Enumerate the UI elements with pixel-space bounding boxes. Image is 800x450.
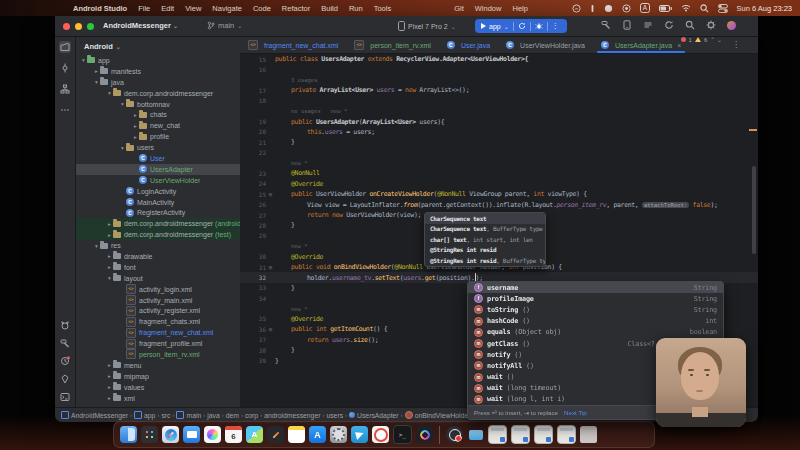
- input-source-icon[interactable]: A: [640, 3, 650, 13]
- dock-window-19[interactable]: [511, 425, 530, 444]
- dock-freeform[interactable]: [267, 426, 284, 443]
- collapse-arrow-icon[interactable]: ▾: [119, 101, 126, 107]
- project-selector[interactable]: AndroidMessenger ⌄: [103, 21, 178, 30]
- tree-item-activity_main.xml[interactable]: <>activity_main.xml: [76, 295, 240, 306]
- completion-item-hashCode[interactable]: mhashCode()int: [468, 316, 723, 327]
- terminal-tool-icon[interactable]: [59, 391, 71, 403]
- dock-photos[interactable]: [204, 426, 221, 443]
- wifi-icon[interactable]: [681, 4, 691, 12]
- keyboard-brightness-icon[interactable]: [590, 4, 595, 13]
- do-not-disturb-icon[interactable]: [604, 4, 613, 13]
- tree-item-mainactivity[interactable]: CMainActivity: [76, 197, 240, 208]
- zoom-window-button[interactable]: [87, 23, 94, 30]
- tree-item-user[interactable]: CUser: [76, 153, 240, 164]
- prev-next-problem-chevrons[interactable]: ⌃ ⌄: [710, 36, 722, 43]
- dock-window-21[interactable]: [557, 425, 576, 444]
- menu-edit[interactable]: Edit: [161, 4, 174, 13]
- dock-maps[interactable]: A: [246, 426, 263, 443]
- expand-arrow-icon[interactable]: ▸: [106, 264, 113, 270]
- run-more-kebab-icon[interactable]: ⋮: [552, 22, 560, 30]
- menu-git[interactable]: Git: [454, 4, 464, 13]
- dock-downloads-folder[interactable]: [467, 426, 484, 443]
- structure-tool-icon[interactable]: [59, 83, 71, 95]
- rerun-icon[interactable]: [518, 22, 526, 30]
- dock-trash[interactable]: [580, 426, 597, 443]
- expand-arrow-icon[interactable]: ▸: [132, 123, 139, 129]
- menu-window[interactable]: Window: [475, 4, 502, 13]
- tree-item-manifests[interactable]: ▸manifests: [76, 66, 240, 77]
- collapse-arrow-icon[interactable]: ▾: [119, 145, 126, 151]
- app-quality-insights-tool-icon[interactable]: [59, 373, 71, 385]
- dock-settings[interactable]: [330, 426, 347, 443]
- collapse-arrow-icon[interactable]: ▾: [80, 57, 87, 63]
- tab-fragment_new_chat.xml[interactable]: <>fragment_new_chat.xml: [240, 37, 346, 53]
- dock-calendar[interactable]: 6: [225, 426, 242, 443]
- menu-view[interactable]: View: [185, 4, 201, 13]
- tree-item-dem.corp.androidmessenger[interactable]: ▸dem.corp.androidmessenger (androidTest): [76, 218, 240, 229]
- settings-gear-icon[interactable]: [706, 20, 716, 30]
- tree-item-mipmap[interactable]: ▸mipmap: [76, 371, 240, 382]
- tree-item-bottomnav[interactable]: ▾bottomnav: [76, 99, 240, 110]
- control-center-icon[interactable]: [718, 4, 728, 13]
- expand-arrow-icon[interactable]: ▸: [106, 395, 113, 401]
- expand-arrow-icon[interactable]: ▸: [106, 384, 113, 390]
- close-window-button[interactable]: [63, 23, 70, 30]
- logcat-icon[interactable]: [643, 20, 653, 30]
- spotlight-icon[interactable]: [700, 4, 709, 13]
- tree-item-new_chat[interactable]: ▸new_chat: [76, 120, 240, 131]
- tree-item-fragment_chats.xml[interactable]: <>fragment_chats.xml: [76, 316, 240, 327]
- dock-music[interactable]: [372, 426, 389, 443]
- run-button[interactable]: [481, 23, 486, 29]
- tree-item-java[interactable]: ▾java: [76, 77, 240, 88]
- tree-item-activity_register.xml[interactable]: <>activity_register.xml: [76, 305, 240, 316]
- menu-run[interactable]: Run: [349, 4, 363, 13]
- tree-item-fragment_profile.xml[interactable]: <>fragment_profile.xml: [76, 338, 240, 349]
- menu-tools[interactable]: Tools: [374, 4, 392, 13]
- tree-item-activity_login.xml[interactable]: <>activity_login.xml: [76, 284, 240, 295]
- project-tool-icon[interactable]: [59, 41, 71, 53]
- tree-item-fragment_new_chat.xml[interactable]: <>fragment_new_chat.xml: [76, 327, 240, 338]
- project-view-selector[interactable]: Android⌄: [76, 37, 240, 55]
- tree-item-dem.corp.androidmessenger[interactable]: ▾dem.corp.androidmessenger: [76, 88, 240, 99]
- expand-arrow-icon[interactable]: ▸: [106, 373, 113, 379]
- logcat-tool-icon[interactable]: [59, 319, 71, 331]
- device-manager-icon[interactable]: [622, 20, 632, 30]
- tab-UserViewHolder.java[interactable]: CUserViewHolder.java: [498, 37, 593, 53]
- inspections-widget[interactable]: 1 6 ⌃ ⌄: [681, 36, 722, 43]
- more-tool-icon[interactable]: [59, 104, 71, 116]
- menu-code[interactable]: Code: [253, 4, 271, 13]
- tab-UsersAdapter.java[interactable]: CUsersAdapter.java×: [593, 37, 689, 53]
- expand-arrow-icon[interactable]: ▸: [106, 221, 113, 227]
- tree-item-res[interactable]: ▾res: [76, 240, 240, 251]
- expand-arrow-icon[interactable]: ▸: [93, 68, 100, 74]
- override-method-gutter-icon[interactable]: ◎: [266, 264, 275, 270]
- next-tip-link[interactable]: Next Tip: [564, 409, 587, 416]
- expand-arrow-icon[interactable]: ▸: [106, 362, 113, 368]
- menu-help[interactable]: Help: [512, 4, 527, 13]
- debug-icon[interactable]: [535, 22, 543, 30]
- commit-tool-icon[interactable]: [59, 62, 71, 74]
- dock-obs[interactable]: [446, 426, 463, 443]
- menu-refactor[interactable]: Refactor: [282, 4, 310, 13]
- tree-item-menu[interactable]: ▸menu: [76, 360, 240, 371]
- completion-item-username[interactable]: fusernameString: [468, 282, 723, 293]
- tree-item-values[interactable]: ▸values: [76, 382, 240, 393]
- tab-options-kebab-icon[interactable]: ⋮: [732, 40, 740, 49]
- editor-scrollbar[interactable]: [752, 166, 756, 254]
- dock-android-studio[interactable]: [416, 426, 433, 443]
- dock-window-18[interactable]: [488, 425, 507, 444]
- tree-item-person_item_rv.xml[interactable]: <>person_item_rv.xml: [76, 349, 240, 360]
- dock-safari[interactable]: [162, 426, 179, 443]
- menu-file[interactable]: File: [138, 4, 150, 13]
- override-method-gutter-icon[interactable]: ◎: [266, 191, 275, 197]
- tree-item-layout[interactable]: ▾layout: [76, 273, 240, 284]
- expand-arrow-icon[interactable]: ▸: [132, 134, 139, 140]
- tree-item-profile[interactable]: ▸profile: [76, 131, 240, 142]
- tree-item-dem.corp.androidmessenger[interactable]: ▸dem.corp.androidmessenger (test): [76, 229, 240, 240]
- dock-launchpad[interactable]: [141, 426, 158, 443]
- collapse-arrow-icon[interactable]: ▾: [106, 90, 113, 96]
- battery-icon[interactable]: [659, 5, 672, 12]
- build-tool-icon[interactable]: [59, 337, 71, 349]
- collapse-arrow-icon[interactable]: ▾: [106, 275, 113, 281]
- tree-item-app[interactable]: ▾app: [76, 55, 240, 66]
